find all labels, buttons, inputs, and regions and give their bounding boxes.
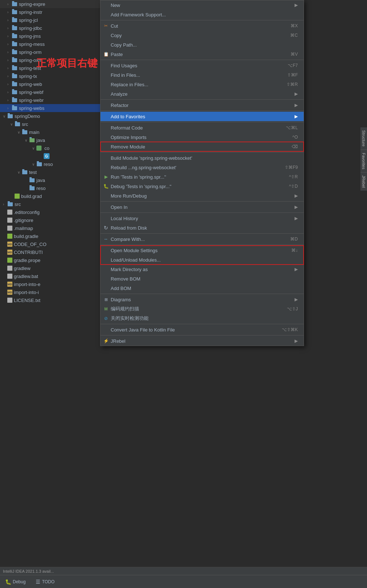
menu-item-find-files[interactable]: Find in Files... ⇧⌘F: [100, 70, 304, 80]
tree-item-contributi[interactable]: MD CONTRIBUTI: [0, 248, 102, 256]
tree-item-import-i[interactable]: MD import-into-i: [0, 288, 102, 296]
tree-item-src[interactable]: ∨ src: [0, 120, 102, 128]
tree-item-co[interactable]: ∨ co: [0, 144, 102, 152]
tree-label: spring-jdbc: [19, 25, 42, 31]
tree-item-spring-webs[interactable]: › spring-webs: [0, 104, 102, 112]
menu-item-cut[interactable]: ✂ Cut ⌘X: [100, 21, 304, 31]
tree-item-gradlew-bat[interactable]: gradlew.bat: [0, 272, 102, 280]
separator: [100, 335, 304, 335]
tree-item-springdemo[interactable]: ∨ springDemo: [0, 112, 102, 120]
menu-item-convert-kotlin[interactable]: Convert Java File to Kotlin File ⌥⇧⌘K: [100, 325, 304, 334]
menu-item-open-in[interactable]: Open In ▶: [100, 202, 304, 212]
tree-item-reso2[interactable]: reso: [0, 184, 102, 192]
folder-icon: [15, 121, 20, 127]
menu-item-add-bom[interactable]: Add BOM: [100, 283, 304, 293]
tree-item-gradlew[interactable]: gradlew: [0, 264, 102, 272]
tree-item-mailmap[interactable]: .mailmap: [0, 224, 102, 232]
tree-item-spring-instr[interactable]: › spring-instr: [0, 8, 102, 16]
tree-item-test[interactable]: ∨ test: [0, 168, 102, 176]
separator: [100, 60, 304, 60]
tree-item-spring-webf[interactable]: › spring-webf: [0, 88, 102, 96]
todo-tab-icon: ☰: [36, 579, 40, 585]
menu-item-local-history[interactable]: Local History ▶: [100, 214, 304, 223]
menu-item-analyze[interactable]: Analyze ▶: [100, 89, 304, 99]
tree-item-reso1[interactable]: ∨ reso: [0, 160, 102, 168]
menu-item-remove-module[interactable]: Remove Module ⌫: [100, 142, 304, 151]
menu-item-build-module[interactable]: Build Module 'spring.spring-websocket': [100, 153, 304, 163]
tree-item-spring-mess[interactable]: › spring-mess: [0, 40, 102, 48]
tree-item-java2[interactable]: java: [0, 176, 102, 184]
tree-item-g-file[interactable]: G: [0, 152, 102, 160]
tree-item-spring-expre[interactable]: › spring-expre: [0, 0, 102, 8]
tree-item-src-root[interactable]: › src: [0, 200, 102, 208]
menu-item-close-realtime[interactable]: ⊘ 关闭实时检测功能: [100, 314, 304, 323]
jrebel-tab[interactable]: JRebel: [360, 172, 367, 191]
arrow-icon: ∨: [25, 138, 29, 142]
tree-item-gradle-prope[interactable]: gradle.prope: [0, 256, 102, 264]
menu-item-remove-bom[interactable]: Remove BOM: [100, 274, 304, 283]
tree-item-main[interactable]: ∨ main: [0, 128, 102, 136]
paste-icon: 📋: [103, 51, 109, 57]
tree-item-java[interactable]: ∨ java: [0, 136, 102, 144]
menu-item-reload-disk[interactable]: ↻ Reload from Disk: [100, 223, 304, 233]
arrow-icon: ›: [7, 10, 12, 14]
tree-label: .editorconfig: [14, 210, 40, 215]
tree-label: spring-webf: [19, 90, 43, 95]
menu-item-load-unload-label: Load/Unload Modules...: [111, 257, 298, 263]
reload-icon: ↻: [103, 225, 109, 231]
menu-item-add-favorites[interactable]: Add to Favorites ▶: [100, 112, 304, 121]
menu-item-run-tests[interactable]: ▶ Run 'Tests in 'spring.spr...'' ^⇧R: [100, 172, 304, 182]
todo-tab[interactable]: ☰ TODO: [33, 577, 56, 586]
menu-item-new[interactable]: New ▶: [100, 0, 304, 10]
tree-label: spring-webr: [19, 98, 44, 103]
menu-item-replace-files[interactable]: Replace in Files... ⇧⌘R: [100, 80, 304, 89]
tree-item-spring-web[interactable]: › spring-web: [0, 80, 102, 88]
tree-item-import-e[interactable]: MD import-into-e: [0, 280, 102, 288]
tree-item-code-of-co[interactable]: MD CODE_OF_CO: [0, 240, 102, 248]
tree-item-spring-test[interactable]: › spring-test: [0, 64, 102, 72]
tree-item-spring-jms[interactable]: › spring-jms: [0, 32, 102, 40]
arrow-icon: ∨: [32, 162, 36, 166]
file-icon: [7, 266, 12, 271]
menu-item-debug-tests[interactable]: 🐛 Debug 'Tests in 'spring.spr...'' ^⇧D: [100, 182, 304, 191]
menu-item-refactor[interactable]: Refactor ▶: [100, 100, 304, 110]
gradle-icon: [7, 234, 12, 239]
tree-item-spring-webr[interactable]: › spring-webr: [0, 96, 102, 104]
menu-item-mark-directory[interactable]: Mark Directory as ▶: [100, 265, 304, 274]
tree-item-license[interactable]: LICENSE.txt: [0, 296, 102, 304]
menu-item-find-usages[interactable]: Find Usages ⌥F7: [100, 61, 304, 70]
arrow-icon: ›: [3, 202, 7, 206]
menu-item-load-unload[interactable]: Load/Unload Modules...: [100, 255, 304, 265]
menu-item-more-run-label: More Run/Debug: [111, 193, 292, 199]
menu-item-diagrams[interactable]: ⊞ Diagrams ▶: [100, 295, 304, 304]
menu-item-copy-path[interactable]: Copy Path...: [100, 40, 304, 49]
tree-item-editorconfig[interactable]: .editorconfig: [0, 208, 102, 216]
tree-item-spring-oxm[interactable]: › spring-oxm: [0, 56, 102, 64]
tree-item-build-grad[interactable]: build.grad: [0, 192, 102, 200]
menu-item-open-module-settings[interactable]: Open Module Settings ⌘↓: [100, 246, 304, 255]
menu-item-rebuild[interactable]: Rebuild ...ng.spring-websocket' ⇧⌘F9: [100, 163, 304, 172]
menu-item-copy[interactable]: Copy ⌘C: [100, 31, 304, 40]
menu-item-reformat[interactable]: Reformat Code ⌥⌘L: [100, 123, 304, 132]
tree-label: spring-oxm: [19, 57, 42, 63]
menu-item-more-run[interactable]: More Run/Debug ▶: [100, 191, 304, 200]
menu-item-remove-bom-label: Remove BOM: [111, 276, 298, 282]
menu-item-paste[interactable]: 📋 Paste ⌘V: [100, 49, 304, 59]
tree-item-spring-orm[interactable]: › spring-orm: [0, 48, 102, 56]
menu-item-add-framework[interactable]: Add Framework Support...: [100, 10, 304, 19]
menu-item-coding-scan[interactable]: M 编码规约扫描 ⌥⇧J: [100, 304, 304, 314]
tree-item-gitignore[interactable]: .gitignore: [0, 216, 102, 224]
tree-item-spring-jdbc[interactable]: › spring-jdbc: [0, 24, 102, 32]
tree-item-spring-tx[interactable]: › spring-tx: [0, 72, 102, 80]
favorites-tab[interactable]: Favorites: [360, 150, 367, 172]
structure-tab[interactable]: Structure: [360, 127, 367, 150]
tree-item-build-gradle-root[interactable]: build.gradle: [0, 232, 102, 240]
menu-item-compare[interactable]: ↔ Compare With... ⌘D: [100, 234, 304, 244]
tree-label: spring-webs: [19, 106, 44, 111]
diagrams-icon: ⊞: [103, 296, 109, 303]
menu-item-optimize-imports[interactable]: Optimize Imports ^O: [100, 132, 304, 142]
menu-item-jrebel[interactable]: ⚡ JRebel ▶: [100, 336, 304, 346]
menu-item-run-tests-label: Run 'Tests in 'spring.spr...'': [111, 174, 282, 180]
tree-item-spring-jcl[interactable]: › spring-jcl: [0, 16, 102, 24]
debug-tab[interactable]: 🐛 Debug: [3, 577, 28, 586]
